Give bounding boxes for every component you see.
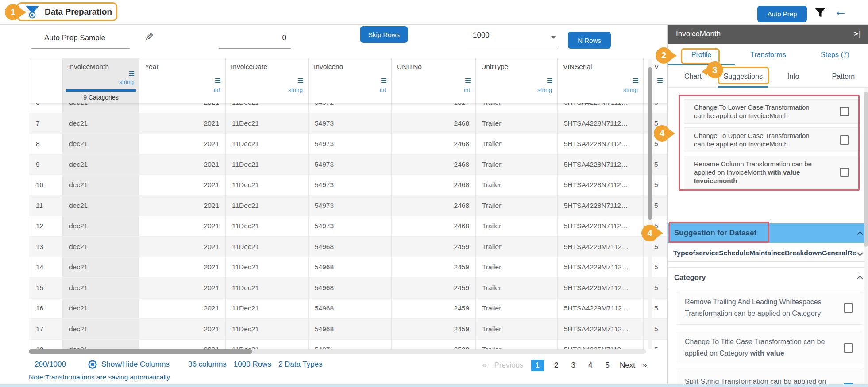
pagination-first-icon[interactable]: « [482,361,486,370]
table-row[interactable]: 11dec21202111Dec21549732468Trailer5HTSA4… [29,195,667,216]
skip-rows-input[interactable]: 0 [219,28,291,49]
suggestion-checkbox[interactable] [840,168,849,177]
suggestion-for-dataset-bar[interactable]: Suggestion for Dataset [668,223,868,243]
table-cell: 2468 [391,134,475,154]
table-row[interactable]: 6dec21202111Dec21549721617Trailer5HTSA42… [29,103,667,113]
table-body: 6dec21202111Dec21549721617Trailer5HTSA42… [29,103,667,349]
column-menu-icon[interactable]: ≡ [128,68,135,79]
column-header-v[interactable]: V≡ [643,58,667,103]
table-row[interactable]: 7dec21202111Dec21549732468Trailer5HTSA42… [29,113,667,134]
column-header-invoicedate[interactable]: InvoiceDate≡string [225,58,308,103]
bottom-edge-strip [0,384,868,387]
table-cell: 54973 [308,216,391,237]
table-row[interactable]: 10dec21202111Dec21549732468Trailer5HTSA4… [29,175,667,196]
table-cell: Trailer [475,195,557,216]
n-rows-button[interactable]: N Rows [568,32,611,49]
tab-steps-7[interactable]: Steps (7) [802,44,868,65]
table-cell: 11Dec21 [225,257,308,278]
subtab-info[interactable]: Info [768,65,818,87]
table-cell: 54968 [308,299,391,319]
table-cell: 5HTSA4229M7112… [557,237,643,257]
horizontal-scrollbar-thumb[interactable] [29,349,252,354]
row-number-cell: 8 [29,134,62,154]
sample-name-input[interactable]: Auto Prep Sample [31,28,130,49]
column-header-invoicemonth[interactable]: InvoiceMonth≡string9 Catagories [62,58,139,103]
table-row[interactable]: 9dec21202111Dec21549732468Trailer5HTSA42… [29,154,667,175]
table-cell: dec21 [62,134,139,154]
suggestion-checkbox[interactable] [840,107,849,116]
column-header-unitno[interactable]: UNITNo≡int [391,58,475,103]
column-menu-icon[interactable]: ≡ [657,75,663,86]
table-cell: 11Dec21 [225,195,308,216]
suggestion-checkbox[interactable] [844,303,853,313]
table-row[interactable]: 15dec21202111Dec21549682459Trailer5HTSA4… [29,278,667,299]
dataset-column-dropdown[interactable]: TypeofserviceScheduleMaintainceBreakdown… [668,244,868,262]
panel-scrollbar[interactable] [864,88,868,384]
pagination-page-4[interactable]: 4 [586,360,595,371]
row-number-cell: 9 [29,154,62,175]
chevron-up-icon[interactable] [857,231,863,238]
table-cell: 5 [643,103,667,113]
tab-profile-label: Profile [691,51,711,59]
table-cell: 54973 [308,113,391,134]
chevron-up-icon[interactable] [857,276,863,282]
annotation-badge-4-column: 4 [654,125,670,142]
pagination-page-5[interactable]: 5 [602,360,612,371]
row-number-cell: 13 [29,237,62,257]
table-cell: 54968 [308,257,391,278]
pagination-previous-button[interactable]: Previous [494,361,523,370]
table-row[interactable]: 18dec21202111Dec21549712508Trailer5HTSA4… [29,340,667,350]
table-cell: 5 [643,299,667,319]
back-arrow-icon[interactable]: ← [834,4,847,19]
column-header-vinserial[interactable]: VINSerial≡string [557,58,643,103]
column-menu-icon[interactable]: ≡ [297,75,304,86]
column-type-label: int [214,87,220,93]
table-cell: Trailer [475,134,557,154]
edit-pencil-icon[interactable]: ✎ [145,31,154,43]
subtab-pattern[interactable]: Pattern [818,65,868,87]
table-row[interactable]: 13dec21202111Dec21549682459Trailer5HTSA4… [29,237,667,257]
tab-profile[interactable]: Profile [668,44,735,65]
filter-icon[interactable] [814,8,826,18]
vertical-scrollbar[interactable] [648,59,652,349]
table-row[interactable]: 17dec21202111Dec21549682459Trailer5HTSA4… [29,319,667,340]
pagination-next-button[interactable]: Next [620,361,635,370]
column-header-unittype[interactable]: UnitType≡string [475,58,557,103]
show-hide-columns-link[interactable]: Show/Hide Columns [101,360,170,369]
table-row[interactable]: 16dec21202111Dec21549682459Trailer5HTSA4… [29,299,667,319]
table-row[interactable]: 14dec21202111Dec21549682459Trailer5HTSA4… [29,257,667,278]
pagination-page-3[interactable]: 3 [569,360,578,371]
horizontal-scrollbar[interactable] [29,349,646,354]
table-row[interactable]: 8dec21202111Dec21549732468Trailer5HTSA42… [29,134,667,155]
table-cell: Trailer [475,216,557,237]
table-cell: dec21 [62,113,139,134]
subtab-suggestions[interactable]: Suggestions [718,65,768,87]
column-menu-icon[interactable]: ≡ [547,75,553,86]
eye-icon[interactable] [88,360,97,369]
pagination-page-2[interactable]: 2 [552,360,561,371]
panel-scrollbar-thumb[interactable] [864,92,868,247]
column-label: VINSerial [563,63,638,71]
column-menu-icon[interactable]: ≡ [465,75,471,86]
pagination-last-icon[interactable]: » [643,361,647,370]
column-menu-icon[interactable]: ≡ [215,75,221,86]
column-menu-icon[interactable]: ≡ [381,75,387,86]
auto-prep-button[interactable]: Auto Prep [757,6,807,22]
category-section-header[interactable]: Category [668,267,868,287]
dataset-suggestions-list: Remove Trailing And Leading Whiltespaces… [677,291,863,387]
pagination-page-1[interactable]: 1 [531,360,544,371]
column-header-year[interactable]: Year≡int [139,58,225,103]
table-cell: 2468 [391,154,475,175]
table-row[interactable]: 12dec21202111Dec21549732468Trailer5HTSA4… [29,216,667,237]
n-rows-value: 1000 [473,31,490,39]
column-header-invoiceno[interactable]: Invoiceno≡int [308,58,391,103]
tab-transforms[interactable]: Transforms [735,44,802,65]
suggestion-checkbox[interactable] [840,135,849,145]
table-cell: 5 [643,340,667,350]
collapse-panel-icon[interactable]: >| [854,30,861,38]
vertical-scrollbar-thumb[interactable] [648,67,652,220]
suggestion-checkbox[interactable] [844,343,853,353]
skip-rows-button[interactable]: Skip Rows [360,26,408,43]
column-menu-icon[interactable]: ≡ [633,75,639,86]
n-rows-select[interactable]: 1000 [467,27,559,47]
